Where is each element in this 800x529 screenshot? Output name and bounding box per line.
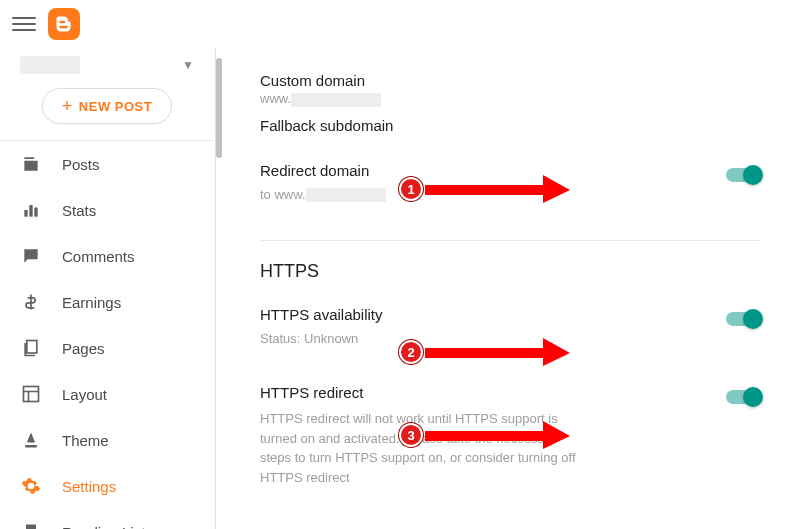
sidebar-item-label: Pages [62,340,105,357]
scrollbar[interactable] [216,48,224,529]
annotation-badge: 3 [399,423,423,447]
sidebar-item-reading-list[interactable]: Reading List [0,509,214,529]
pages-icon [20,337,42,359]
sidebar-item-label: Reading List [62,524,145,530]
annotation-1: 1 [399,175,570,203]
setting-value: www. [260,91,760,107]
sidebar-item-theme[interactable]: Theme [0,417,214,463]
sidebar-item-label: Layout [62,386,107,403]
sidebar-item-posts[interactable]: Posts [0,141,214,187]
setting-label: Custom domain [260,72,760,89]
blog-selector[interactable]: ▼ [0,48,214,74]
svg-marker-8 [543,338,570,366]
earnings-icon [20,291,42,313]
sidebar-item-settings[interactable]: Settings [0,463,214,509]
menu-toggle[interactable] [12,12,36,36]
theme-icon [20,429,42,451]
sidebar-item-comments[interactable]: Comments [0,233,214,279]
posts-icon [20,153,42,175]
plus-icon: + [62,97,73,115]
sidebar-item-label: Posts [62,156,100,173]
gear-icon [20,475,42,497]
https-availability-toggle[interactable] [726,312,760,326]
scrollbar-thumb[interactable] [216,58,222,158]
setting-label: Fallback subdomain [260,117,760,134]
arrow-icon [425,421,570,449]
setting-label: HTTPS redirect [260,384,716,401]
svg-rect-4 [24,387,39,402]
sidebar: ▼ + NEW POST Posts Stats Comments Earnin… [0,48,216,529]
custom-domain-setting[interactable]: Custom domain www. [260,72,760,107]
settings-panel: Custom domain www. Fallback subdomain Re… [224,48,800,529]
blogger-logo [48,8,80,40]
sidebar-item-label: Settings [62,478,116,495]
arrow-icon [425,175,570,203]
annotation-2: 2 [399,338,570,366]
stats-icon [20,199,42,221]
sidebar-item-label: Earnings [62,294,121,311]
annotation-badge: 2 [399,340,423,364]
svg-rect-0 [24,210,27,217]
sidebar-item-label: Theme [62,432,109,449]
svg-marker-10 [543,421,570,449]
arrow-icon [425,338,570,366]
chevron-down-icon: ▼ [182,58,194,72]
sidebar-item-stats[interactable]: Stats [0,187,214,233]
svg-rect-2 [34,208,37,217]
https-redirect-toggle[interactable] [726,390,760,404]
sidebar-item-pages[interactable]: Pages [0,325,214,371]
layout-icon [20,383,42,405]
sidebar-item-label: Stats [62,202,96,219]
svg-marker-6 [543,175,570,203]
sidebar-nav: Posts Stats Comments Earnings Pages Layo… [0,140,214,529]
sidebar-item-earnings[interactable]: Earnings [0,279,214,325]
bookmark-icon [20,521,42,529]
annotation-badge: 1 [399,177,423,201]
new-post-button[interactable]: + NEW POST [42,88,172,124]
svg-rect-3 [27,341,37,354]
comments-icon [20,245,42,267]
sidebar-item-label: Comments [62,248,135,265]
blog-name [20,56,80,74]
svg-rect-7 [425,348,545,358]
divider [260,240,760,241]
annotation-3: 3 [399,421,570,449]
redirect-domain-toggle[interactable] [726,168,760,182]
new-post-label: NEW POST [79,99,152,114]
setting-label: HTTPS availability [260,306,716,323]
https-section-title: HTTPS [260,261,760,282]
svg-rect-9 [425,431,545,441]
svg-rect-5 [425,185,545,195]
fallback-subdomain-setting[interactable]: Fallback subdomain [260,117,760,134]
svg-rect-1 [29,205,32,217]
sidebar-item-layout[interactable]: Layout [0,371,214,417]
